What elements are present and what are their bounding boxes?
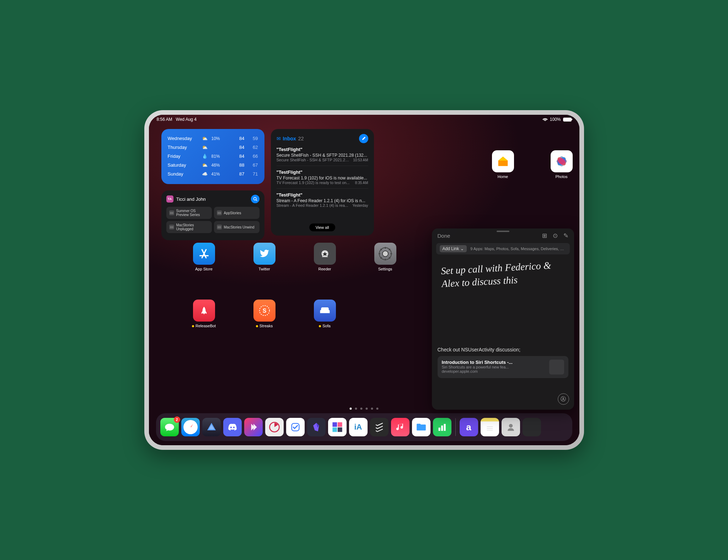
svg-rect-30 — [444, 424, 445, 431]
mail-item[interactable]: "TestFlight"Secure ShellFish - SSH & SFT… — [277, 147, 368, 166]
status-bar: 8:56 AM Wed Aug 4 100% — [149, 115, 579, 124]
svg-rect-26 — [332, 427, 337, 432]
mail-item[interactable]: "TestFlight"TV Forecast 1.9 (102) for iO… — [277, 169, 368, 189]
dock-app-recent2[interactable] — [502, 418, 520, 436]
dock-app-music[interactable] — [391, 418, 410, 436]
search-icon[interactable] — [251, 195, 259, 203]
messages-badge: 2 — [174, 416, 180, 423]
dock-app-notes[interactable] — [481, 418, 499, 436]
page-dot — [355, 408, 357, 410]
app-grid-topright: Home Photos — [491, 150, 574, 179]
weather-row: Friday💧81%8466 — [168, 152, 258, 161]
app-grid-row2: App Store Twitter Reeder Settings — [192, 243, 398, 271]
link-desc: Siri Shortcuts are a powerful new fea... — [442, 365, 546, 369]
note-item[interactable]: MacStories Unplugged — [166, 221, 212, 233]
link-url: developer.apple.com — [442, 369, 546, 373]
compose-icon[interactable] — [359, 134, 368, 143]
page-dot — [376, 408, 379, 410]
link-preview[interactable]: Introduction to Siri Shortcuts -... Siri… — [438, 356, 568, 378]
svg-line-1 — [256, 200, 257, 201]
releasebot-icon — [193, 300, 215, 322]
dock-app-discord[interactable] — [223, 418, 242, 436]
weather-row: Wednesday⛅10%8459 — [168, 134, 258, 143]
weather-row: Sunday☁️41%8771 — [168, 169, 258, 178]
wifi-icon — [542, 118, 548, 122]
add-link-button[interactable]: Add Link ⌄ — [440, 245, 467, 252]
link-title: Introduction to Siri Shortcuts -... — [442, 360, 546, 365]
app-sofa[interactable]: Sofa — [312, 300, 337, 328]
page-indicator[interactable] — [350, 408, 379, 410]
mail-viewall-button[interactable]: View all — [309, 224, 336, 231]
svg-rect-29 — [441, 426, 443, 431]
mail-item[interactable]: "TestFlight"Stream - A Feed Reader 1.2.1… — [277, 192, 368, 211]
done-button[interactable]: Done — [438, 233, 450, 239]
ipad-screen: 8:56 AM Wed Aug 4 100% Wednesday⛅10%8459… — [149, 115, 579, 445]
streaks-icon: S — [253, 300, 275, 322]
app-photos[interactable]: Photos — [549, 150, 574, 179]
grid-icon[interactable]: ⊞ — [542, 232, 547, 239]
svg-point-0 — [253, 198, 256, 200]
svg-rect-27 — [337, 427, 342, 432]
dock-app-shortcuts[interactable] — [244, 418, 263, 436]
battery-percent: 100% — [550, 117, 561, 122]
more-icon[interactable]: ⊙ — [553, 232, 558, 239]
note-item[interactable]: MacStories Unwind — [214, 221, 259, 233]
dock-app-mail[interactable] — [202, 418, 221, 436]
app-reeder[interactable]: Reeder — [312, 243, 337, 271]
dock-app-iawriter[interactable]: iA — [349, 418, 368, 436]
dock-app-safari[interactable] — [181, 418, 200, 436]
page-dot — [350, 408, 352, 410]
note-item[interactable]: Summer OS Preview Series — [166, 207, 212, 219]
notification-dot — [319, 325, 321, 327]
quick-note-panel[interactable]: Done ⊞ ⊙ ✎ Add Link ⌄ 9 Apps: Maps, Phot… — [432, 228, 574, 410]
dock-app-library[interactable] — [523, 418, 541, 436]
quicknote-apps-text: 9 Apps: Maps, Photos, Sofa, Messages, De… — [470, 247, 566, 251]
dock-app-numbers[interactable] — [433, 418, 451, 436]
weather-widget[interactable]: Wednesday⛅10%8459Thursday⛅8462Friday💧81%… — [161, 129, 264, 184]
notes-widget[interactable]: TA Ticci and John Summer OS Preview Seri… — [161, 190, 264, 240]
dock-app-timer[interactable] — [265, 418, 284, 436]
app-appstore[interactable]: App Store — [192, 243, 216, 271]
dock-app-files[interactable] — [412, 418, 430, 436]
ipad-device: 8:56 AM Wed Aug 4 100% Wednesday⛅10%8459… — [144, 110, 584, 450]
dock-app-todoist[interactable] — [370, 418, 389, 436]
app-grid-row3: ReleaseBot S Streaks Sofa — [192, 300, 337, 328]
mail-widget[interactable]: ✉ Inbox 22 "TestFlight"Secure ShellFish … — [271, 129, 374, 236]
compose-icon[interactable]: ✎ — [563, 232, 568, 239]
notification-dot — [192, 325, 194, 327]
dock-app-craft[interactable] — [328, 418, 347, 436]
dock-app-recent1[interactable]: a — [460, 418, 478, 436]
svg-point-34 — [509, 424, 513, 428]
mail-count: 22 — [298, 136, 304, 141]
markup-button[interactable]: Ⓐ — [558, 393, 569, 405]
dock-app-obsidian[interactable] — [307, 418, 326, 436]
home-icon — [492, 150, 514, 172]
dock: 2 iA a — [156, 413, 572, 441]
apple-logo-icon — [549, 360, 564, 375]
status-right: 100% — [542, 117, 572, 122]
notes-widget-title: Ticci and John — [176, 196, 248, 202]
notification-dot — [256, 325, 258, 327]
handwriting-area[interactable]: Set up call with Federico & Alex to disc… — [432, 251, 574, 351]
app-streaks[interactable]: S Streaks — [252, 300, 277, 328]
app-settings[interactable]: Settings — [373, 243, 398, 271]
envelope-icon: ✉ — [277, 136, 281, 141]
sofa-icon — [314, 300, 336, 322]
weather-row: Saturday⛅46%8867 — [168, 161, 258, 169]
settings-icon — [374, 243, 396, 265]
twitter-icon — [253, 243, 275, 265]
app-twitter[interactable]: Twitter — [252, 243, 277, 271]
app-releasebot[interactable]: ReleaseBot — [192, 300, 216, 328]
svg-rect-24 — [332, 422, 337, 427]
dock-app-things[interactable] — [286, 418, 305, 436]
app-home[interactable]: Home — [491, 150, 515, 179]
grabber-handle[interactable] — [497, 231, 509, 232]
svg-rect-28 — [438, 428, 440, 431]
note-item[interactable]: AppStories — [214, 207, 259, 219]
mail-title: Inbox — [283, 136, 296, 141]
svg-text:S: S — [262, 308, 266, 314]
dock-app-messages[interactable]: 2 — [160, 418, 179, 436]
page-dot — [360, 408, 363, 410]
notes-avatar: TA — [166, 195, 173, 203]
status-left: 8:56 AM Wed Aug 4 — [157, 117, 197, 122]
